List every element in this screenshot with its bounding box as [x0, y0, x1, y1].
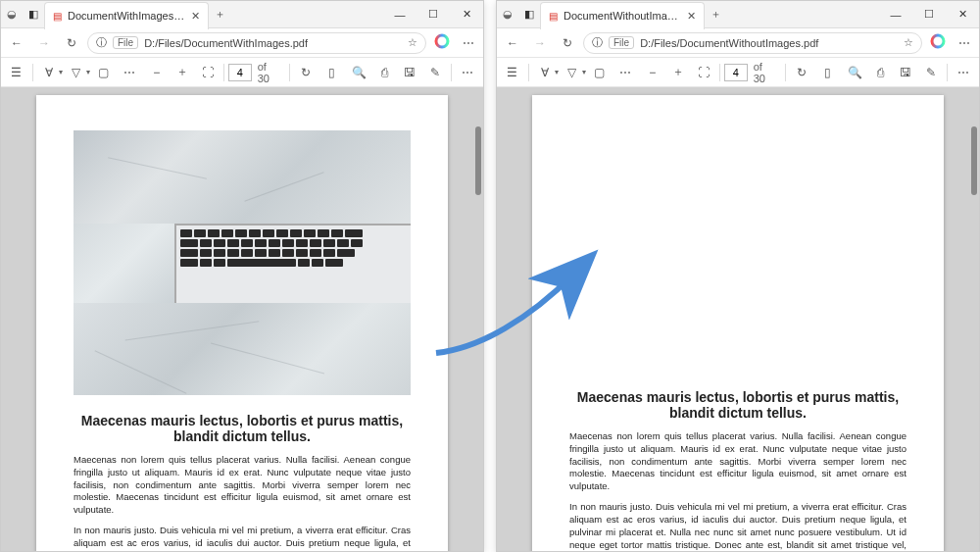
print-icon[interactable]: ⎙ — [868, 61, 892, 84]
contents-icon[interactable]: ☰ — [501, 61, 524, 84]
pdf-toolbar: ☰ ∀▾ ▽▾ ▢ ⋯ − ＋ ⛶ of 30 ↻ ▯ 🔍 ⎙ 🖫 ✎ ⋯ — [497, 58, 979, 87]
window-minimize-button[interactable]: — — [383, 1, 416, 28]
pdf-toolbar: ☰ ∀▾ ▽▾ ▢ ⋯ − ＋ ⛶ of 30 ↻ ▯ 🔍 ⎙ 🖫 ✎ ⋯ — [1, 58, 483, 87]
contents-icon[interactable]: ☰ — [5, 61, 28, 84]
file-badge: File — [113, 36, 138, 49]
scrollbar-thumb[interactable] — [475, 126, 481, 195]
highlight-icon[interactable]: ▽ — [65, 61, 88, 84]
highlight-icon[interactable]: ▽ — [561, 61, 584, 84]
back-button[interactable]: ← — [501, 36, 524, 50]
svg-point-0 — [436, 35, 448, 47]
page-number-input[interactable] — [228, 64, 252, 81]
svg-point-1 — [932, 35, 944, 47]
window-close-button[interactable]: ✕ — [946, 1, 979, 28]
document-paragraph: In non mauris justo. Duis vehicula mi ve… — [74, 525, 411, 551]
refresh-button[interactable]: ↻ — [556, 36, 579, 50]
url-path: D:/Files/DocumentWithoutImages.pdf — [640, 37, 898, 49]
fit-icon[interactable]: ⛶ — [196, 61, 220, 84]
toolbar-more-icon[interactable]: ⋯ — [456, 61, 479, 84]
read-aloud-icon[interactable]: 🔍 — [843, 61, 866, 84]
draw-icon[interactable]: ∀ — [533, 61, 557, 84]
scrollbar-thumb[interactable] — [971, 126, 977, 195]
page-total-label: of 30 — [750, 61, 781, 84]
zoom-out-button[interactable]: − — [641, 61, 664, 84]
erase-icon[interactable]: ▢ — [92, 61, 116, 84]
share-icon[interactable]: ✎ — [423, 61, 447, 84]
copilot-icon[interactable] — [430, 33, 454, 52]
refresh-button[interactable]: ↻ — [60, 36, 83, 50]
document-paragraph: Maecenas non lorem quis tellus placerat … — [569, 430, 906, 493]
pdf-icon: ▤ — [549, 11, 558, 22]
title-bar[interactable]: ◒ ◧ ▤ DocumentWithoutImages.pdf ✕ ＋ — ☐ … — [497, 1, 979, 28]
favorite-icon[interactable]: ☆ — [408, 36, 417, 49]
document-viewport[interactable]: Maecenas mauris lectus, lobortis et puru… — [497, 87, 979, 551]
title-bar[interactable]: ◒ ◧ ▤ DocumentWithImages.pdf ✕ ＋ — ☐ ✕ — [1, 1, 483, 28]
new-tab-button[interactable]: ＋ — [209, 7, 230, 22]
pdf-page: Maecenas mauris lectus, lobortis et puru… — [532, 95, 944, 551]
tab-title: DocumentWithImages.pdf — [68, 10, 185, 22]
copilot-icon[interactable] — [926, 33, 950, 52]
page-view-icon[interactable]: ▯ — [319, 61, 343, 84]
document-heading: Maecenas mauris lectus, lobortis et puru… — [74, 413, 411, 444]
url-path: D:/Files/DocumentWithImages.pdf — [144, 37, 402, 49]
document-viewport[interactable]: Maecenas mauris lectus, lobortis et puru… — [1, 87, 483, 551]
url-bar: ← → ↻ ⓘ File D:/Files/DocumentWithImages… — [1, 28, 483, 58]
tab-active[interactable]: ▤ DocumentWithoutImages.pdf ✕ — [540, 2, 705, 29]
tab-close-icon[interactable]: ✕ — [191, 10, 200, 23]
file-badge: File — [609, 36, 634, 49]
print-icon[interactable]: ⎙ — [372, 61, 396, 84]
profile-icon[interactable]: ◒ — [1, 8, 23, 21]
document-image — [74, 130, 411, 395]
save-icon[interactable]: 🖫 — [398, 61, 421, 84]
page-view-icon[interactable]: ▯ — [815, 61, 839, 84]
window-minimize-button[interactable]: — — [879, 1, 912, 28]
tab-title: DocumentWithoutImages.pdf — [564, 10, 681, 22]
pdf-page: Maecenas mauris lectus, lobortis et puru… — [36, 95, 448, 551]
menu-icon[interactable]: ⋯ — [458, 36, 479, 50]
window-maximize-button[interactable]: ☐ — [416, 1, 450, 28]
window-maximize-button[interactable]: ☐ — [912, 1, 946, 28]
info-icon[interactable]: ⓘ — [592, 35, 603, 50]
text-icon[interactable]: ⋯ — [613, 61, 637, 84]
forward-button: → — [528, 36, 552, 50]
url-bar: ← → ↻ ⓘ File D:/Files/DocumentWithoutIma… — [497, 28, 979, 58]
zoom-in-button[interactable]: ＋ — [666, 61, 690, 84]
back-button[interactable]: ← — [5, 36, 28, 50]
tab-active[interactable]: ▤ DocumentWithImages.pdf ✕ — [44, 2, 209, 29]
profile-icon[interactable]: ◒ — [497, 8, 518, 21]
menu-icon[interactable]: ⋯ — [954, 36, 975, 50]
rotate-icon[interactable]: ↻ — [790, 61, 813, 84]
workspace-icon[interactable]: ◧ — [23, 8, 44, 21]
document-paragraph: Maecenas non lorem quis tellus placerat … — [74, 454, 411, 517]
zoom-in-button[interactable]: ＋ — [171, 61, 194, 84]
info-icon[interactable]: ⓘ — [96, 35, 107, 50]
page-number-input[interactable] — [724, 64, 748, 81]
new-tab-button[interactable]: ＋ — [705, 7, 726, 22]
favorite-icon[interactable]: ☆ — [904, 36, 913, 49]
erase-icon[interactable]: ▢ — [588, 61, 612, 84]
address-bar[interactable]: ⓘ File D:/Files/DocumentWithImages.pdf ☆ — [87, 32, 426, 54]
draw-icon[interactable]: ∀ — [37, 61, 61, 84]
window-close-button[interactable]: ✕ — [450, 1, 483, 28]
tab-close-icon[interactable]: ✕ — [687, 10, 696, 23]
browser-window-left: ◒ ◧ ▤ DocumentWithImages.pdf ✕ ＋ — ☐ ✕ ←… — [0, 0, 484, 552]
save-icon[interactable]: 🖫 — [894, 61, 917, 84]
pdf-icon: ▤ — [53, 11, 62, 22]
toolbar-more-icon[interactable]: ⋯ — [952, 61, 975, 84]
workspace-icon[interactable]: ◧ — [518, 8, 540, 21]
browser-window-right: ◒ ◧ ▤ DocumentWithoutImages.pdf ✕ ＋ — ☐ … — [496, 0, 980, 552]
zoom-out-button[interactable]: − — [145, 61, 169, 84]
document-heading: Maecenas mauris lectus, lobortis et puru… — [569, 389, 906, 421]
read-aloud-icon[interactable]: 🔍 — [347, 61, 370, 84]
document-paragraph: In non mauris justo. Duis vehicula mi ve… — [569, 501, 906, 551]
rotate-icon[interactable]: ↻ — [294, 61, 318, 84]
text-icon[interactable]: ⋯ — [118, 61, 141, 84]
fit-icon[interactable]: ⛶ — [692, 61, 715, 84]
forward-button: → — [32, 36, 56, 50]
address-bar[interactable]: ⓘ File D:/Files/DocumentWithoutImages.pd… — [583, 32, 922, 54]
page-total-label: of 30 — [254, 61, 285, 84]
share-icon[interactable]: ✎ — [919, 61, 943, 84]
